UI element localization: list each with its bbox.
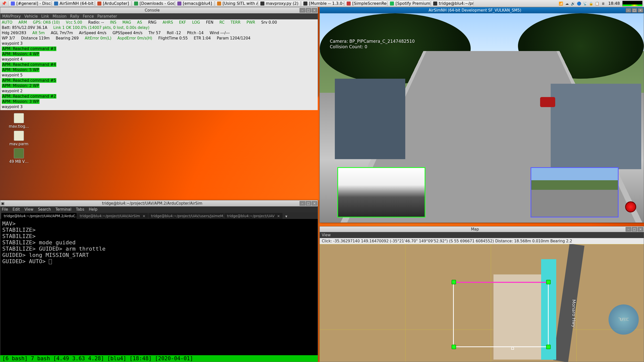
waypoint-path (453, 282, 549, 347)
taskbar-item[interactable]: [SimpleScreenRecorder] (344, 1, 387, 7)
airsim-titlebar[interactable]: AirSimNH (64-bit Development SF_VULKAN_S… (320, 7, 644, 13)
close-tab-icon[interactable]: × (277, 214, 280, 218)
console-menubar: MAVProxy Vehicle Link Mission Rally Fenc… (0, 13, 318, 19)
close-tab-icon[interactable]: × (142, 214, 145, 218)
menu-mission[interactable]: Mission (53, 14, 67, 19)
close-button[interactable]: × (638, 8, 643, 13)
taskbar-item[interactable]: [#general] - Discord (9, 1, 51, 7)
close-button[interactable]: × (312, 8, 317, 13)
minimize-button[interactable]: – (626, 227, 631, 232)
map-menubar: View (320, 232, 644, 238)
log-line: APM: Reached command #5 (2, 78, 316, 83)
tray-icon[interactable]: 🔒 (589, 1, 594, 6)
close-button[interactable]: × (312, 201, 317, 206)
hud-collision: Collision Count: 0 (330, 44, 415, 50)
telemetry-panel: AUTO ARM GPS: OK6 (10) Vcc 5.00 Radio: -… (0, 19, 318, 110)
waypoint-marker[interactable] (452, 345, 456, 349)
desktop-icon-parm[interactable]: mav.parm (8, 131, 30, 146)
hud-camera: Camera: BP_PIPCamera_C_2147482510 (330, 38, 415, 44)
start-icon[interactable]: 📌 (0, 1, 8, 6)
app-icon (11, 2, 15, 6)
watermark-logo: 飞行汇 (609, 304, 639, 335)
terminal-app-icon: ▣ (0, 201, 5, 206)
terminal-tab[interactable]: tridge@blu4:~/project/UAV/APM.2/ArduC…× (1, 213, 77, 219)
pip-scene-view[interactable] (531, 167, 619, 217)
waypoint-marker[interactable] (452, 280, 456, 284)
menu-file[interactable]: File (2, 207, 8, 212)
waypoint-marker[interactable] (546, 345, 551, 349)
drive-icon (14, 148, 24, 158)
menu-help[interactable]: Help (89, 207, 97, 212)
menu-fence[interactable]: Fence (83, 14, 94, 19)
tray-icon[interactable]: 📋 (595, 1, 600, 6)
log-line: APM: Mission: 4 WP (2, 52, 316, 57)
console-titlebar[interactable]: Console –□× (0, 7, 318, 13)
taskbar-item[interactable]: tridge@blu4:~/project/… (431, 1, 474, 7)
taskbar-item[interactable]: [Spotify Premium] (388, 1, 430, 7)
batt-label: Batt: 85%/12.09V 36.1A (2, 25, 47, 30)
taskbar-item[interactable]: mavproxy.py (2) (258, 1, 301, 7)
taskbar-item[interactable]: AirSimNH (64-bit Devel… (52, 1, 95, 7)
airsim-window: AirSimNH (64-bit Development SF_VULKAN_S… (319, 7, 644, 223)
tray-icon[interactable]: 📶 (558, 1, 564, 6)
console-title: Console (5, 8, 299, 13)
log-line: APM: Reached command #2 (2, 94, 316, 99)
map-titlebar[interactable]: Map –□× (320, 227, 644, 232)
home-icon[interactable]: ⌂ (511, 345, 514, 351)
close-button[interactable]: × (638, 227, 643, 232)
terminal-tab[interactable]: tridge@blu4:~/project/UAV/users/JaimeM…× (148, 213, 224, 219)
terminal-tab[interactable]: tridge@blu4:~/project/UAV× (224, 213, 283, 219)
tray-icon[interactable]: 🔵 (577, 1, 582, 6)
menu-terminal[interactable]: Terminal (55, 207, 71, 212)
airsim-viewport[interactable]: Camera: BP_PIPCamera_C_2147482510 Collis… (320, 13, 644, 222)
desktop-icon-volume[interactable]: 49 MB V… (8, 148, 30, 164)
tray-icon[interactable]: ☁ (565, 1, 570, 6)
minimize-button[interactable]: – (300, 201, 305, 206)
clock[interactable]: 18:48 (607, 1, 621, 6)
pip-depth-view[interactable] (337, 167, 425, 217)
tray-icon[interactable]: 🔊 (571, 1, 576, 6)
desktop-icon-tlog[interactable]: mav.tlog… (8, 113, 30, 129)
file-icon (14, 131, 24, 141)
menu-search[interactable]: Search (38, 207, 51, 212)
menu-parameter[interactable]: Parameter (97, 14, 117, 19)
map-canvas[interactable]: Monaro Hwy ⌂ 飞行汇 (320, 244, 644, 362)
cpu-graph[interactable] (622, 1, 642, 6)
maximize-button[interactable]: □ (306, 201, 311, 206)
console-window: Console –□× MAVProxy Vehicle Link Missio… (0, 7, 318, 96)
radio-label: Radio: -- (88, 20, 104, 25)
taskbar-item[interactable]: [ArduCopter] (95, 1, 131, 7)
taskbar-item[interactable]: [Downloads - Google C… (132, 1, 175, 7)
maximize-button[interactable]: □ (632, 227, 637, 232)
terminal-body[interactable]: MAV> STABILIZE> STABILIZE> STABILIZE> mo… (0, 219, 318, 266)
taskbar-item[interactable]: [Using SITL with AirSim… (215, 1, 258, 7)
tab-menu-button[interactable]: ▾ (283, 213, 290, 219)
waypoint-marker[interactable] (546, 280, 551, 284)
menu-rally[interactable]: Rally (70, 14, 79, 19)
menu-vehicle[interactable]: Vehicle (24, 14, 38, 19)
gps-label: GPS: OK6 (10) (33, 20, 60, 25)
terminal-title: tridge@blu4:~/project/UAV/APM.2/ArduCopt… (5, 201, 299, 206)
tray-icon[interactable]: 🖥 (601, 1, 606, 6)
menu-edit[interactable]: Edit (13, 207, 20, 212)
menu-link[interactable]: Link (41, 14, 49, 19)
menu-tabs[interactable]: Tabs (76, 207, 84, 212)
taskbar-item[interactable]: [emacs@blu4] (175, 1, 214, 7)
maximize-button[interactable]: □ (632, 8, 637, 13)
terminal-titlebar[interactable]: ▣ tridge@blu4:~/project/UAV/APM.2/ArduCo… (0, 200, 318, 206)
app-icon (97, 2, 101, 6)
log-line: waypoint 5 (2, 73, 316, 78)
terminal-tab[interactable]: tridge@blu4:~/project/UAV/AirSim× (77, 213, 148, 219)
taskbar-item[interactable]: [Mumble -- 1.3.0~git20… (301, 1, 344, 7)
minimize-button[interactable]: – (626, 8, 631, 13)
maximize-button[interactable]: □ (306, 8, 311, 13)
menu-view[interactable]: View (24, 207, 33, 212)
menu-view[interactable]: View (322, 233, 331, 237)
log-line: waypoint 3 (2, 104, 316, 110)
log-line: APM: Mission: 5 WP (2, 67, 316, 73)
menu-mavproxy[interactable]: MAVProxy (2, 14, 21, 19)
record-button[interactable] (625, 201, 636, 212)
map-title: Map (325, 227, 625, 232)
tray-icon[interactable]: 📡 (583, 1, 588, 6)
minimize-button[interactable]: – (300, 8, 305, 13)
